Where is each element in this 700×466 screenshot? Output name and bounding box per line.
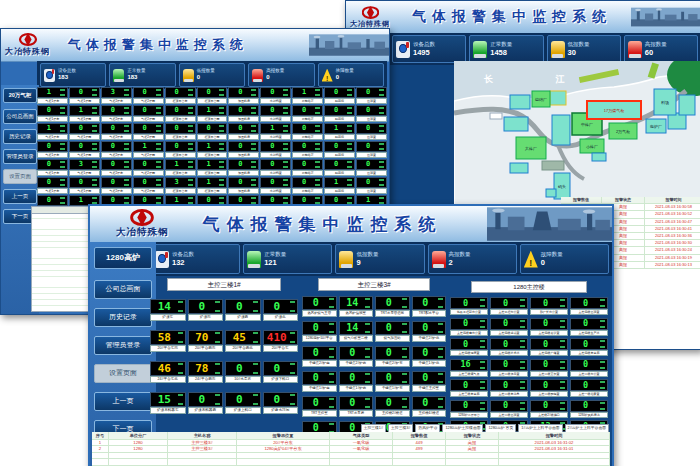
gas-monitor-cell: 0干熄焦2#炉北 — [412, 321, 447, 342]
setpoint-marks — [92, 179, 99, 186]
setpoint-marks — [329, 373, 336, 383]
setpoint-marks — [520, 381, 527, 389]
sidebar-item-历史记录[interactable]: 历史记录 — [94, 308, 152, 327]
location-label: 值班室 — [356, 98, 387, 104]
sidebar-item-上一页[interactable]: 上一页 — [3, 189, 37, 204]
location-label: 主控楼2#楼梯口 — [530, 412, 568, 418]
location-label: 水封阀室 — [260, 188, 291, 194]
location-label: 主控四楼调度室 — [450, 350, 488, 356]
location-label: 柜顶平台西 — [197, 134, 228, 140]
setpoint-marks — [365, 298, 372, 308]
gas-monitor-cell: 0放散塔旁 — [292, 159, 323, 176]
setpoint-marks — [290, 394, 297, 404]
gas-monitor-cell: 0气柜1层东 — [37, 141, 68, 158]
setpoint-marks — [188, 143, 195, 150]
location-label: 脱硫间 — [324, 188, 355, 194]
gas-monitor-cell: 5820#平台东南 — [150, 330, 186, 352]
location-label: 煤气加压站 — [375, 335, 410, 342]
location-label: 20#平台东 — [263, 345, 299, 352]
gas-value: 0 — [264, 363, 291, 374]
stat-box: 正常数量121 — [243, 244, 332, 274]
gas-value: 0 — [189, 394, 216, 405]
gas-monitor-cell: 0气柜1层东 — [37, 159, 68, 176]
sidebar-title: 20万气柜 — [3, 88, 37, 103]
location-label: 炉顶北 — [263, 314, 299, 321]
location-label: 主控工程办公室 — [490, 309, 528, 315]
sidebar-item-管理员登录[interactable]: 管理员登录 — [3, 149, 37, 164]
setpoint-marks — [402, 298, 409, 308]
gas-monitor-cell: 1气柜2层西 — [133, 141, 164, 158]
setpoint-marks — [560, 402, 567, 410]
gas-value: 1 — [38, 89, 60, 96]
stat-value: 0 — [541, 258, 563, 267]
location-label: 炉顶布料器西 — [188, 407, 224, 414]
gas-monitor-cell: 41020#平台东 — [263, 330, 299, 352]
sidebar-item-设置页面[interactable]: 设置页面 — [94, 364, 152, 383]
gas-monitor-cell: 0柜顶平台东 — [165, 105, 196, 122]
gas-monitor-cell: 0干熄焦1#炉南 — [302, 371, 337, 392]
gas-monitor-cell: 0加压机房 — [228, 123, 259, 140]
sidebar-item-公司总画面[interactable]: 公司总画面 — [94, 280, 152, 299]
view-tabs: 主控三楼1#主控三楼3#热风炉平台1280高炉主控楼画面1280高炉 首页1#高… — [290, 424, 609, 432]
gas-value: 0 — [451, 381, 480, 390]
lamp-y-icon — [551, 41, 565, 58]
gas-value: 0 — [102, 197, 124, 204]
location-label: TRT水泵管道间 — [375, 310, 410, 317]
sidebar-item-设置页面[interactable]: 设置页面 — [3, 169, 37, 184]
location-label: TRT配水平台 — [412, 310, 447, 317]
location-label: 水封阀室 — [260, 170, 291, 176]
gas-monitor-cell: 0主控楼4#楼道 — [412, 396, 447, 417]
sidebar-item-上一页[interactable]: 上一页 — [94, 392, 152, 411]
gas-monitor-cell: 0气柜2层西 — [133, 87, 164, 104]
setpoint-marks — [347, 179, 354, 186]
gas-monitor-cell: 0干熄焦主控室 — [412, 371, 447, 392]
setpoint-marks — [480, 361, 487, 369]
gas-monitor-cell: 0值班室 — [356, 123, 387, 140]
setpoint-marks — [283, 125, 290, 132]
plant-map[interactable]: 长 江 — [454, 61, 700, 207]
setpoint-marks — [60, 197, 67, 204]
setpoint-marks — [315, 143, 322, 150]
setpoint-marks — [560, 340, 567, 348]
lamp-y-icon — [183, 69, 194, 82]
gas-value: 0 — [571, 299, 600, 308]
location-label: 24#平台西南 — [188, 376, 224, 383]
sidebar-item-历史记录[interactable]: 历史记录 — [3, 129, 37, 144]
location-label: 气柜1层西 — [69, 134, 100, 140]
stat-value: 121 — [264, 258, 286, 267]
location-label: 20#平台东南 — [150, 345, 186, 352]
gas-value: 3 — [166, 179, 188, 186]
setpoint-marks — [600, 320, 607, 328]
location-label: 1280炉二层平台 — [450, 412, 488, 418]
gas-value: 0 — [491, 401, 520, 410]
panel-title: 1280主控楼 — [471, 281, 587, 293]
setpoint-marks — [251, 107, 258, 114]
location-label: 脱硫间 — [324, 116, 355, 122]
gas-value: 1 — [293, 89, 315, 96]
sidebar-item-管理员登录[interactable]: 管理员登录 — [94, 336, 152, 355]
gas-value: 0 — [357, 107, 379, 114]
gas-value: 0 — [198, 89, 220, 96]
gas-value: 0 — [261, 107, 283, 114]
lamp-y-icon — [339, 251, 353, 268]
location-label: 加压机房 — [228, 170, 259, 176]
gas-value: 0 — [325, 107, 347, 114]
sidebar-item-公司总画面[interactable]: 公司总画面 — [3, 109, 37, 124]
map-label: 码头 — [558, 184, 566, 189]
gas-value: 0 — [491, 340, 520, 349]
location-label: 主控二楼值班室 — [490, 412, 528, 418]
stats-bar: 设备总数132正常数量121低报数量9高报数量2故障数量0 — [148, 242, 612, 276]
gas-value: 0 — [491, 381, 520, 390]
panel-title: 主控三楼3# — [318, 278, 429, 291]
gas-value: 0 — [340, 373, 366, 383]
stats-bar: 设备总数183正常数量183低报数量0高报数量0故障数量0 — [37, 61, 387, 89]
setpoint-marks — [438, 323, 445, 333]
gas-value: 0 — [229, 143, 251, 150]
gas-value: 0 — [413, 398, 439, 408]
location-label: 气柜2层西 — [133, 98, 164, 104]
setpoint-marks — [600, 299, 607, 307]
gas-monitor-cell: 0放散塔旁 — [292, 105, 323, 122]
gas-value: 0 — [70, 143, 92, 150]
gas-monitor-cell: 14炉顶东 — [150, 299, 186, 321]
setpoint-marks — [156, 179, 163, 186]
